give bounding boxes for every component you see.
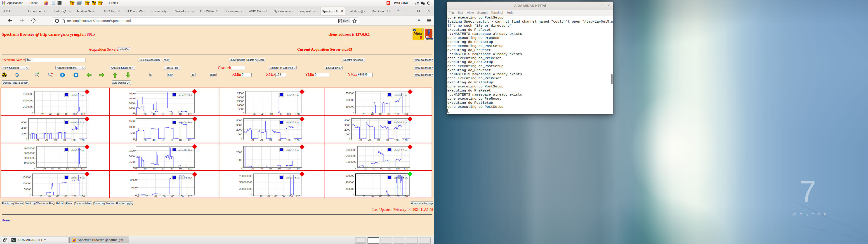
svg-text:aida02 Stat: aida02 Stat [179, 93, 192, 97]
svg-text:4000: 4000 [236, 119, 242, 122]
svg-text:40000000: 40000000 [24, 147, 35, 150]
svg-text:0: 0 [353, 194, 354, 197]
svg-text:aida05 Stat: aida05 Stat [71, 121, 85, 124]
svg-text:aida14 Stat: aida14 Stat [179, 176, 192, 179]
svg-text:100000: 100000 [23, 182, 31, 185]
svg-text:3000: 3000 [129, 97, 135, 100]
svg-text:500: 500 [130, 131, 135, 135]
svg-text:25000: 25000 [237, 92, 244, 95]
svg-text:powered by: powered by [413, 36, 418, 37]
svg-text:0: 0 [30, 194, 31, 197]
svg-text:2500000: 2500000 [23, 105, 33, 109]
svg-text:aida09 Stat: aida09 Stat [71, 148, 85, 152]
svg-text:1000000: 1000000 [346, 160, 356, 163]
svg-text:aida12 Stat: aida12 Stat [394, 148, 408, 152]
svg-text:4000: 4000 [129, 92, 135, 95]
svg-text:5000: 5000 [129, 155, 135, 158]
svg-text:5000: 5000 [131, 186, 137, 189]
svg-text:20000000: 20000000 [24, 156, 35, 159]
svg-text:750000000: 750000000 [239, 175, 252, 178]
svg-text:aida13 Stat: aida13 Stat [71, 176, 85, 179]
svg-text:aida01 Stat: aida01 Stat [71, 93, 85, 97]
svg-text:2000: 2000 [236, 151, 242, 154]
svg-text:1000: 1000 [129, 125, 135, 128]
svg-text:2000: 2000 [344, 128, 350, 131]
svg-text:500000: 500000 [346, 98, 354, 102]
svg-text:750000: 750000 [346, 92, 354, 95]
svg-text:0: 0 [135, 194, 137, 197]
svg-text:3000: 3000 [236, 124, 242, 127]
svg-text:600000: 600000 [346, 174, 354, 177]
svg-text:0: 0 [353, 112, 354, 115]
svg-text:50000: 50000 [24, 188, 31, 191]
svg-text:aida10 Stat: aida10 Stat [179, 148, 192, 152]
svg-text:250000000: 250000000 [239, 187, 252, 190]
svg-text:200000: 200000 [346, 187, 354, 190]
svg-text:3000000: 3000000 [346, 148, 356, 152]
svg-text:4000: 4000 [344, 119, 350, 122]
svg-text:aida07 Stat: aida07 Stat [286, 121, 300, 124]
svg-text:0: 0 [243, 112, 244, 115]
svg-text:500000000: 500000000 [239, 181, 252, 184]
svg-text:2000000: 2000000 [346, 154, 356, 157]
svg-text:7500000: 7500000 [23, 92, 33, 96]
svg-text:aida03 Stat: aida03 Stat [286, 93, 300, 97]
svg-text:aida15 Stat: aida15 Stat [286, 176, 300, 179]
svg-text:6000: 6000 [21, 121, 27, 124]
svg-text:10000: 10000 [237, 104, 244, 107]
svg-text:0: 0 [251, 194, 252, 197]
svg-text:2500: 2500 [129, 160, 135, 163]
svg-text:0: 0 [26, 138, 27, 141]
svg-text:30000000: 30000000 [24, 152, 35, 155]
svg-text:TCL: TCL [426, 36, 430, 38]
svg-text:0: 0 [32, 112, 33, 115]
svg-text:5000: 5000 [238, 108, 244, 111]
svg-text:150000: 150000 [23, 176, 31, 179]
svg-text:0: 0 [34, 166, 35, 169]
svg-text:0: 0 [133, 138, 135, 141]
svg-text:2000: 2000 [129, 102, 135, 105]
svg-text:0: 0 [133, 112, 135, 115]
svg-text:aida16 Stat: aida16 Stat [394, 176, 408, 179]
svg-text:20000: 20000 [237, 96, 244, 99]
svg-text:1000: 1000 [344, 133, 350, 136]
svg-text:0: 0 [241, 166, 242, 169]
svg-text:400000: 400000 [346, 181, 354, 184]
svg-text:aida04 Stat: aida04 Stat [394, 93, 408, 97]
svg-text:1000: 1000 [129, 106, 135, 110]
svg-text:0: 0 [355, 166, 356, 169]
svg-text:?: ? [417, 2, 418, 5]
svg-text:4000: 4000 [21, 126, 27, 130]
svg-text:idas: idas [417, 32, 423, 35]
svg-text:15000: 15000 [237, 100, 244, 103]
svg-text:aida11 Stat: aida11 Stat [286, 148, 300, 152]
svg-text:1500: 1500 [129, 120, 135, 123]
svg-text:T C L: T C L [420, 38, 422, 39]
svg-text:0: 0 [349, 138, 350, 141]
svg-text:1000: 1000 [236, 133, 242, 136]
svg-text:10000000: 10000000 [24, 161, 35, 164]
svg-text:5000000: 5000000 [23, 99, 33, 102]
svg-text:2000: 2000 [21, 132, 27, 135]
svg-text:250000: 250000 [346, 105, 354, 108]
svg-text:0: 0 [241, 138, 242, 141]
svg-text:10000: 10000 [129, 178, 137, 181]
svg-text:2000: 2000 [236, 128, 242, 131]
svg-text:0: 0 [133, 166, 135, 169]
svg-text:POWERED: POWERED [426, 39, 432, 40]
svg-text:3000: 3000 [344, 124, 350, 127]
svg-text:1000: 1000 [236, 158, 242, 161]
svg-text:aida08 Stat: aida08 Stat [394, 121, 408, 124]
svg-text:aida06 Stat: aida06 Stat [179, 121, 192, 124]
svg-text:7500: 7500 [129, 149, 135, 152]
